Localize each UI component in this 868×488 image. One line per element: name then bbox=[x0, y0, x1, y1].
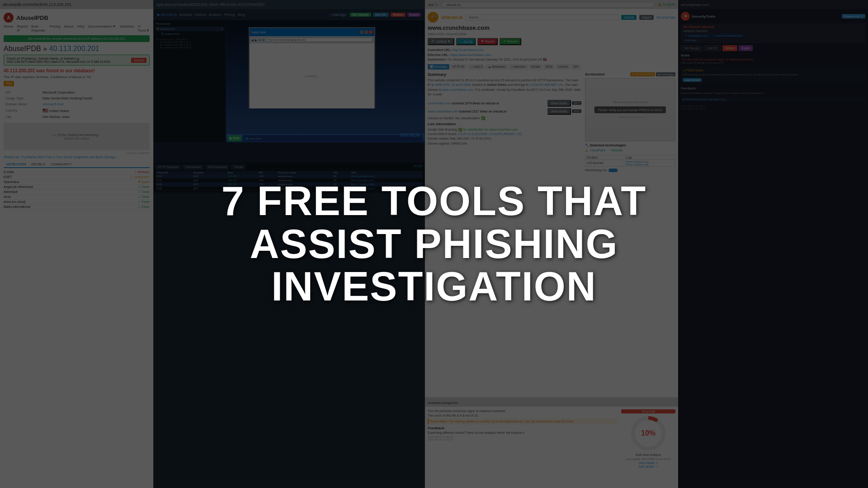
overlay-title-line3: INVESTIGATION bbox=[222, 265, 647, 308]
overlay-text-container: 7 FREE TOOLS THAT ASSIST PHISHING INVEST… bbox=[222, 180, 647, 308]
overlay-title-line2: ASSIST PHISHING bbox=[222, 223, 647, 266]
overlay-title-line1: 7 FREE TOOLS THAT bbox=[222, 180, 647, 223]
title-overlay: 7 FREE TOOLS THAT ASSIST PHISHING INVEST… bbox=[0, 0, 868, 488]
